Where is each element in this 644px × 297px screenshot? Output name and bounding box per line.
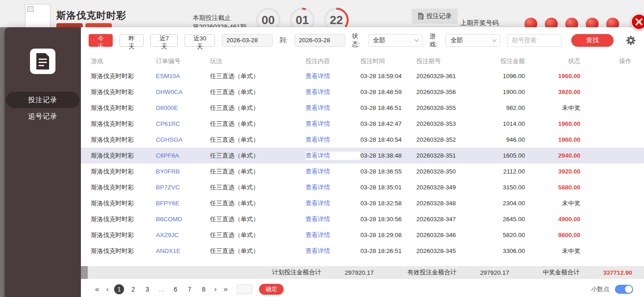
sidebar-item-chase-records[interactable]: 追号记录 — [5, 108, 81, 124]
filter-today-button[interactable]: 今天 — [89, 34, 113, 47]
header-period: 投注期号 — [416, 57, 480, 65]
cell-order[interactable]: DHW0CA — [156, 89, 210, 95]
cell-order[interactable]: C6PF6A — [156, 152, 210, 159]
view-details-link[interactable]: 查看详情 — [305, 136, 360, 144]
cell-time: 03-28 18:48:59 — [360, 89, 416, 95]
cell-order[interactable]: BP7ZVC — [156, 184, 210, 191]
cell-order[interactable]: BY0FRB — [156, 168, 210, 175]
cell-order[interactable]: ESM10A — [156, 73, 210, 79]
cell-game: 斯洛伐克时时彩 — [91, 199, 156, 208]
cell-order[interactable]: B6COMD — [156, 216, 210, 223]
page-button-8[interactable]: 8 — [199, 284, 209, 294]
view-details-link[interactable]: 查看详情 — [305, 168, 360, 176]
page-button-2[interactable]: 2 — [128, 284, 138, 294]
cell-amount: 1900.00 — [480, 89, 527, 95]
table-row: 斯洛伐克时时彩ESM10A任三直选（单式）查看详情03-28 18:59:042… — [81, 68, 644, 84]
search-button[interactable]: 查找 — [571, 34, 614, 47]
view-details-link[interactable]: 查看详情 — [305, 152, 360, 160]
summary-label: 计划投注金额合计 — [272, 268, 321, 277]
cell-status: 未中奖 — [527, 247, 582, 255]
cell-amount: 1014.00 — [480, 120, 527, 127]
page-button-3[interactable]: 3 — [142, 284, 152, 294]
view-details-link[interactable]: 查看详情 — [305, 247, 360, 255]
broken-image-icon — [27, 6, 34, 12]
site-logo — [25, 4, 50, 30]
view-details-link[interactable]: 查看详情 — [305, 88, 360, 96]
view-details-link[interactable]: 查看详情 — [305, 183, 360, 192]
first-page-button[interactable]: « — [94, 285, 100, 294]
document-icon — [35, 53, 50, 69]
cell-status: 未中奖 — [527, 199, 582, 208]
game-select[interactable]: 全部 — [445, 34, 500, 47]
table-row: 斯洛伐克时时彩DHW0CA任三直选（单式）查看详情03-28 18:48:592… — [81, 84, 644, 100]
cell-period: 20260328-352 — [416, 136, 480, 143]
cell-period: 20260328-345 — [416, 248, 480, 254]
table-row: 斯洛伐克时时彩ANDX1E任三直选（单式）查看详情03-28 18:26:512… — [81, 243, 644, 259]
table-row: 斯洛伐克时时彩C6PF6A任三直选（单式）查看详情03-28 18:38:482… — [81, 148, 644, 163]
cell-order[interactable]: ANDX1E — [156, 248, 210, 254]
cell-period: 20260328-361 — [416, 73, 480, 79]
summary-bar: 计划投注金额合计 297920.17 有效投注金额合计 297920.17 中奖… — [81, 266, 644, 279]
date-from-input[interactable] — [222, 34, 273, 47]
cell-game: 斯洛伐克时时彩 — [91, 215, 156, 223]
status-select[interactable]: 全部 — [368, 34, 423, 47]
cell-play: 任三直选（单式） — [210, 215, 305, 223]
sidebar-item-bet-records[interactable]: 投注记录 — [6, 92, 80, 108]
cell-play: 任三直选（单式） — [210, 183, 305, 192]
status-select-value: 全部 — [373, 36, 385, 45]
cell-order[interactable]: CGHSGA — [156, 136, 210, 143]
page-button-7[interactable]: 7 — [185, 284, 195, 294]
filter-7days-button[interactable]: 近7天 — [150, 34, 178, 47]
bet-records-button-label: 投注记录 — [426, 12, 452, 20]
settings-button[interactable] — [626, 35, 636, 45]
view-details-link[interactable]: 查看详情 — [305, 72, 360, 80]
view-details-link[interactable]: 查看详情 — [305, 215, 360, 223]
cell-game: 斯洛伐克时时彩 — [91, 136, 156, 144]
cell-order[interactable]: AXZ9JC — [156, 232, 210, 238]
page-jump-input[interactable] — [237, 284, 252, 294]
cell-time: 03-28 18:59:04 — [360, 73, 416, 79]
game-label: 游戏: — [429, 32, 442, 49]
period-search-input[interactable] — [507, 34, 562, 47]
cell-play: 任三直选（单式） — [210, 231, 305, 239]
cell-amount: 982.00 — [480, 104, 527, 111]
cell-status: 2940.00 — [527, 152, 582, 159]
confirm-button[interactable]: 确定 — [259, 284, 284, 295]
date-to-input[interactable] — [295, 34, 345, 47]
last-draw-label: 上期开奖号码 — [460, 19, 499, 27]
next-page-button[interactable]: › — [213, 285, 218, 294]
decimal-toggle[interactable] — [615, 285, 633, 294]
last-page-button[interactable]: » — [222, 285, 229, 294]
cell-game: 斯洛伐克时时彩 — [91, 88, 156, 96]
cell-play: 任三直选（单式） — [210, 88, 305, 96]
cell-order[interactable]: BFPY6E — [156, 200, 210, 207]
filter-yesterday-button[interactable]: 昨天 — [120, 34, 144, 47]
view-details-link[interactable]: 查看详情 — [305, 231, 360, 239]
cell-status: 1960.00 — [527, 120, 582, 127]
cell-order[interactable]: CP61RC — [156, 120, 210, 127]
cell-game: 斯洛伐克时时彩 — [91, 72, 156, 80]
countdown-digit: 01 — [296, 13, 309, 27]
cell-play: 任三直选（单式） — [210, 152, 305, 160]
filter-30days-button[interactable]: 近30天 — [185, 34, 215, 47]
cell-play: 任三直选（单式） — [210, 104, 305, 112]
cell-period: 20260328-351 — [416, 152, 480, 159]
summary-planned: 计划投注金额合计 297920.17 — [272, 268, 374, 277]
page-list: 123…678 — [114, 284, 209, 294]
table-row: 斯洛伐克时时彩D8000E任三直选（单式）查看详情03-28 18:46:512… — [81, 100, 644, 116]
view-details-link[interactable]: 查看详情 — [305, 199, 360, 208]
bet-records-button[interactable]: 投注记录 — [412, 9, 458, 24]
cell-period: 20260328-355 — [416, 104, 480, 111]
view-details-link[interactable]: 查看详情 — [305, 104, 360, 112]
page-button-1[interactable]: 1 — [114, 284, 124, 294]
prev-page-button[interactable]: ‹ — [105, 285, 110, 294]
cell-game: 斯洛伐克时时彩 — [91, 104, 156, 112]
cell-order[interactable]: D8000E — [156, 104, 210, 111]
game-select-value: 全部 — [450, 36, 463, 45]
view-details-link[interactable]: 查看详情 — [305, 120, 360, 128]
close-button[interactable] — [631, 14, 644, 30]
countdown-digit: 22 — [330, 13, 343, 27]
betting-records-modal: 投注记录 追号记录 今天 昨天 近7天 近30天 到: 状态: 全部 — [5, 27, 644, 297]
page-button-6[interactable]: 6 — [170, 284, 180, 294]
cell-play: 任三直选（单式） — [210, 199, 305, 208]
